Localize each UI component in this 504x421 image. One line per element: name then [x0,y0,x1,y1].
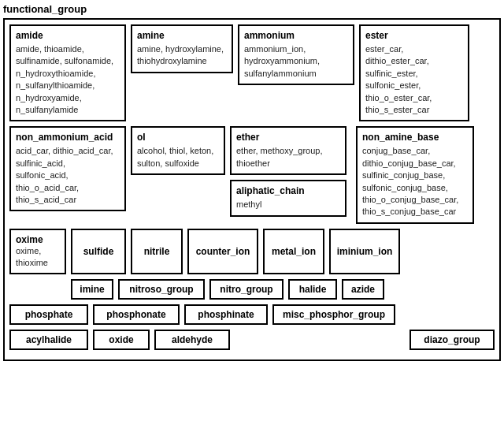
card-amine-content: amine, hydroxylamine, thiohydroxylamine [137,43,227,68]
main-box: amide amide, thioamide, sulfinamide, sul… [3,18,501,361]
card-amide-content: amide, thioamide, sulfinamide, sulfonami… [16,43,120,116]
card-ol: ol alcohol, thiol, keton, sulton, sulfox… [131,126,225,175]
card-non-amine-base-content: conjug_base_car, dithio_conjug_base_car,… [362,145,468,218]
card-amine-title: amine [137,30,227,41]
card-aliphatic-chain-content: methyl [236,199,340,210]
row-2: non_ammonium_acid acid_car, dithio_acid_… [9,126,495,223]
card-diazo-group: diazo_group [410,330,495,350]
card-misc-phosphor-group: misc_phosphor_group [272,304,395,325]
card-ester: ester ester_car, dithio_ester_car, sulfi… [359,24,469,121]
card-phosphate: phosphate [9,304,88,325]
card-oxime-full: oxime oxime, thioxime [9,229,66,275]
card-metal-ion: metal_ion [263,229,324,275]
card-iminium-ion: iminium_ion [329,229,400,275]
card-imine: imine [71,279,113,300]
row-4: imine nitroso_group nitro_group halide a… [71,279,495,300]
card-ol-title: ol [137,132,219,143]
card-ether-content: ether, methoxy_group, thioether [236,145,340,170]
card-non-ammonium-acid-content: acid_car, dithio_acid_car, sulfinic_acid… [16,145,120,206]
card-nitro-group: nitro_group [209,279,284,300]
card-sulfide: sulfide [71,229,126,275]
page-title: functional_group [3,3,501,15]
card-ol-content: alcohol, thiol, keton, sulton, sulfoxide [137,145,219,170]
card-aliphatic-chain: aliphatic_chain methyl [230,180,346,216]
row-6: acylhalide oxide aldehyde diazo_group [9,330,495,350]
card-ammonium-content: ammonium_ion, hydroxyammonium, sulfanyla… [244,43,348,80]
card-counter-ion: counter_ion [187,229,258,275]
card-phosphinate: phosphinate [184,304,268,325]
card-phosphonate: phosphonate [93,304,180,325]
row-1: amide amide, thioamide, sulfinamide, sul… [9,24,495,121]
card-non-ammonium-acid-title: non_ammonium_acid [16,132,120,143]
card-nitrile: nitrile [131,229,183,275]
card-ester-content: ester_car, dithio_ester_car, sulfinic_es… [365,43,463,116]
card-oxide: oxide [93,330,150,350]
card-amide-title: amide [16,30,120,41]
oxime-label: oxime [16,234,60,245]
card-acylhalide: acylhalide [9,330,88,350]
card-halide: halide [288,279,337,300]
card-nitroso-group: nitroso_group [118,279,205,300]
outer-container: functional_group amide amide, thioamide,… [0,0,504,421]
card-aldehyde: aldehyde [154,330,230,350]
card-non-amine-base: non_amine_base conjug_base_car, dithio_c… [356,126,474,223]
card-azide: azide [342,279,384,300]
card-ether-title: ether [236,132,340,143]
row-3: oxime oxime, thioxime sulfide nitrile co… [9,229,495,275]
card-amide: amide amide, thioamide, sulfinamide, sul… [9,24,126,121]
card-ether: ether ether, methoxy_group, thioether [230,126,346,175]
card-amine: amine amine, hydroxylamine, thiohydroxyl… [131,24,233,73]
card-non-ammonium-acid: non_ammonium_acid acid_car, dithio_acid_… [9,126,126,211]
card-non-amine-base-title: non_amine_base [362,132,468,143]
card-aliphatic-chain-title: aliphatic_chain [236,185,340,196]
card-ammonium-title: ammonium [244,30,348,41]
row-5: phosphate phosphonate phosphinate misc_p… [9,304,495,325]
oxime-content: oxime, thioxime [16,245,60,270]
card-ester-title: ester [365,30,463,41]
card-ammonium: ammonium ammonium_ion, hydroxyammonium, … [238,24,354,85]
